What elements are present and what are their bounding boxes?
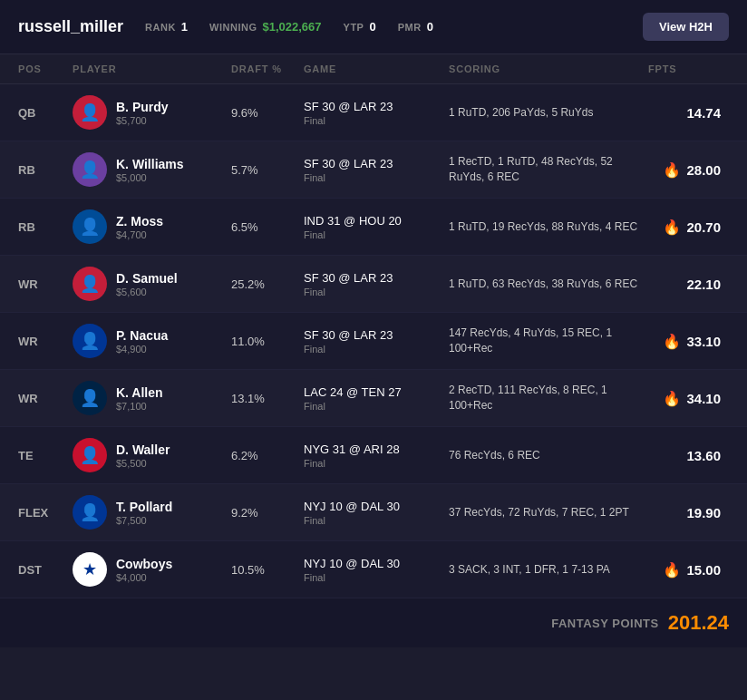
column-headers: POS PLAYER DRAFT % GAME SCORING FPTS <box>0 54 747 84</box>
draft-pct: 25.2% <box>231 277 304 291</box>
fpts-cell: 13.60 <box>648 448 721 463</box>
game-cell: SF 30 @ LAR 23 Final <box>304 328 449 355</box>
player-info: B. Purdy $5,700 <box>116 100 169 126</box>
player-cell: 👤 D. Samuel $5,600 <box>73 267 231 301</box>
scoring-cell: 1 RecTD, 1 RuTD, 48 RecYds, 52 RuYds, 6 … <box>449 154 648 185</box>
game-cell: IND 31 @ HOU 20 Final <box>304 214 449 240</box>
fpts-cell: 19.90 <box>648 505 721 520</box>
hot-icon: 🔥 <box>663 390 681 407</box>
col-pos: POS <box>18 63 73 74</box>
game-status: Final <box>304 401 449 412</box>
table-row: QB 👤 B. Purdy $5,700 9.6% SF 30 @ LAR 23… <box>0 84 747 141</box>
avatar: 👤 <box>73 438 107 472</box>
pos-cell: QB <box>18 106 73 120</box>
col-player: PLAYER <box>73 63 231 74</box>
player-cell: 👤 T. Pollard $7,500 <box>73 495 231 530</box>
player-info: D. Samuel $5,600 <box>116 271 178 297</box>
player-info: T. Pollard $7,500 <box>116 500 172 526</box>
pos-cell: WR <box>18 335 73 348</box>
avatar: 👤 <box>73 495 107 530</box>
fpts-cell: 🔥 15.00 <box>648 561 721 578</box>
fpts-cell: 🔥 28.00 <box>648 161 721 179</box>
rank-stat: RANK 1 <box>145 20 188 34</box>
footer-total: 201.24 <box>668 611 729 635</box>
pos-cell: DST <box>18 563 73 577</box>
game-cell: SF 30 @ LAR 23 Final <box>304 100 449 126</box>
game-score: SF 30 @ LAR 23 <box>304 271 449 285</box>
game-score: NYG 31 @ ARI 28 <box>304 442 449 456</box>
fpts-value: 34.10 <box>686 391 721 406</box>
rank-value: 1 <box>181 20 188 34</box>
pmr-label: PMR <box>398 22 422 33</box>
scoring-cell: 1 RuTD, 19 RecYds, 88 RuYds, 4 REC <box>449 219 648 235</box>
player-name: K. Williams <box>116 157 184 171</box>
game-status: Final <box>304 344 449 355</box>
player-salary: $4,900 <box>116 344 168 355</box>
game-cell: NYG 31 @ ARI 28 Final <box>304 442 449 469</box>
view-h2h-button[interactable]: View H2H <box>643 13 729 41</box>
fpts-cell: 14.74 <box>648 105 721 121</box>
col-scoring: SCORING <box>449 63 648 74</box>
player-salary: $7,100 <box>116 401 163 412</box>
scoring-cell: 37 RecYds, 72 RuYds, 7 REC, 1 2PT <box>449 505 648 520</box>
game-cell: NYJ 10 @ DAL 30 Final <box>304 557 449 583</box>
game-score: SF 30 @ LAR 23 <box>304 100 449 113</box>
fpts-cell: 🔥 33.10 <box>648 333 721 350</box>
hot-icon: 🔥 <box>663 561 681 578</box>
player-info: Cowboys $4,000 <box>116 557 172 583</box>
avatar: 👤 <box>73 324 107 358</box>
fpts-value: 15.00 <box>686 562 721 578</box>
table-row: RB 👤 Z. Moss $4,700 6.5% IND 31 @ HOU 20… <box>0 199 747 256</box>
hot-icon: 🔥 <box>663 333 681 350</box>
scoring-cell: 147 RecYds, 4 RuYds, 15 REC, 1 100+Rec <box>449 326 648 356</box>
player-info: D. Waller $5,500 <box>116 442 170 469</box>
player-name: B. Purdy <box>116 100 169 114</box>
game-status: Final <box>304 458 449 469</box>
game-status: Final <box>304 172 449 183</box>
player-cell: ★ Cowboys $4,000 <box>73 552 231 587</box>
draft-pct: 6.2% <box>231 449 304 462</box>
username: russell_miller <box>18 17 123 36</box>
hot-icon: 🔥 <box>663 161 681 179</box>
player-salary: $5,000 <box>116 172 184 183</box>
ytp-stat: YTP 0 <box>344 20 376 34</box>
player-cell: 👤 B. Purdy $5,700 <box>73 95 231 130</box>
pos-cell: RB <box>18 220 73 234</box>
avatar: 👤 <box>73 267 107 301</box>
scoring-cell: 2 RecTD, 111 RecYds, 8 REC, 1 100+Rec <box>449 383 648 413</box>
avatar: ★ <box>73 552 107 587</box>
winning-stat: WINNING $1,022,667 <box>209 20 321 34</box>
game-status: Final <box>304 287 449 297</box>
player-cell: 👤 D. Waller $5,500 <box>73 438 231 472</box>
game-score: LAC 24 @ TEN 27 <box>304 385 449 399</box>
game-score: SF 30 @ LAR 23 <box>304 157 449 170</box>
scoring-cell: 1 RuTD, 63 RecYds, 38 RuYds, 6 REC <box>449 277 648 292</box>
player-info: P. Nacua $4,900 <box>116 328 168 355</box>
draft-pct: 9.2% <box>231 506 304 520</box>
winning-value: $1,022,667 <box>262 20 321 34</box>
player-name: Cowboys <box>116 557 172 571</box>
game-score: IND 31 @ HOU 20 <box>304 214 449 228</box>
fpts-value: 14.74 <box>686 105 721 121</box>
table-row: RB 👤 K. Williams $5,000 5.7% SF 30 @ LAR… <box>0 141 747 199</box>
player-cell: 👤 P. Nacua $4,900 <box>73 324 231 358</box>
fpts-cell: 22.10 <box>648 277 721 292</box>
avatar: 👤 <box>73 95 107 130</box>
avatar: 👤 <box>73 152 107 187</box>
game-status: Final <box>304 115 449 126</box>
player-name: D. Waller <box>116 442 170 457</box>
draft-pct: 5.7% <box>231 163 304 177</box>
main-container: russell_miller RANK 1 WINNING $1,022,667… <box>0 0 747 700</box>
winning-label: WINNING <box>209 22 257 33</box>
avatar: 👤 <box>73 381 107 415</box>
scoring-cell: 3 SACK, 3 INT, 1 DFR, 1 7-13 PA <box>449 562 648 578</box>
game-cell: SF 30 @ LAR 23 Final <box>304 271 449 297</box>
game-status: Final <box>304 572 449 583</box>
scoring-cell: 1 RuTD, 206 PaYds, 5 RuYds <box>449 105 648 121</box>
game-status: Final <box>304 515 449 526</box>
draft-pct: 11.0% <box>231 335 304 348</box>
game-score: NYJ 10 @ DAL 30 <box>304 557 449 570</box>
fpts-cell: 🔥 34.10 <box>648 390 721 407</box>
game-score: NYJ 10 @ DAL 30 <box>304 500 449 513</box>
player-salary: $5,500 <box>116 458 170 469</box>
